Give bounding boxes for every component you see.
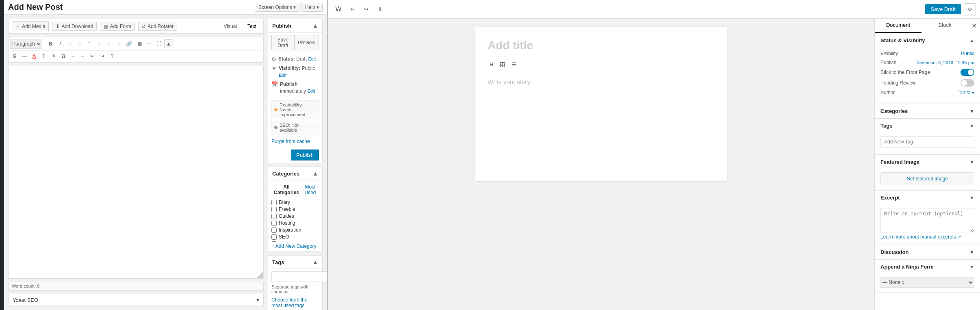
add-rotator-button[interactable]: ↺ Add Rotator [138, 22, 177, 31]
strikethrough-button[interactable]: S [10, 52, 19, 61]
visibility-value[interactable]: Public [961, 51, 974, 56]
purge-cache-link[interactable]: Purge from cache [268, 137, 322, 147]
excerpt-header[interactable]: Excerpt ▼ [875, 191, 980, 205]
tab-document[interactable]: Document [875, 19, 921, 33]
hr-button[interactable]: — [20, 52, 29, 61]
yoast-toggle[interactable]: ▾ [256, 297, 259, 303]
choose-tags-link[interactable]: Choose from the most used tags [268, 296, 322, 310]
tags-block-input[interactable] [880, 136, 974, 147]
paste-text-button[interactable]: T [39, 52, 48, 61]
block-title-input[interactable]: Add title [488, 35, 715, 56]
clear-format-button[interactable]: ✕ [49, 52, 58, 61]
publish-button[interactable]: Publish [291, 150, 319, 160]
seo-row: SEO: Not available [271, 121, 319, 134]
discussion-section: Discussion ▼ [875, 245, 980, 260]
color-button[interactable]: A [30, 52, 39, 61]
publish-panel-toggle[interactable]: ▲ [312, 22, 318, 29]
editor-content[interactable] [8, 66, 264, 279]
publish-time-edit-link[interactable]: Edit [307, 89, 315, 93]
bold-button[interactable]: B [46, 39, 55, 48]
author-value[interactable]: Tanita ▾ [958, 90, 974, 95]
tab-visual[interactable]: Visual [220, 22, 241, 31]
add-new-category-link[interactable]: + Add New Category [268, 242, 322, 251]
outdent-button[interactable]: ← [78, 52, 87, 61]
block-settings-button[interactable]: ⚙ [964, 3, 976, 15]
redo-block-button[interactable]: ↪ [360, 3, 372, 15]
category-label: SEO [279, 234, 289, 240]
tags-panel-header[interactable]: Tags ▲ [268, 256, 322, 269]
add-form-button[interactable]: ▦ Add Form [100, 22, 135, 31]
link-button[interactable]: 🔗 [124, 39, 134, 48]
status-edit-link[interactable]: Edit [308, 56, 316, 61]
resize-handle[interactable] [257, 272, 263, 278]
category-checkbox[interactable] [271, 221, 277, 226]
visibility-edit-link[interactable]: Edit [279, 73, 286, 78]
align-right-button[interactable]: ≡ [114, 39, 123, 48]
save-draft-button[interactable]: Save Draft [271, 35, 294, 50]
ninja-form-content: — None ‡ [875, 274, 980, 293]
set-featured-image-button[interactable]: Set featured image [880, 172, 974, 185]
align-left-button[interactable]: ≡ [95, 39, 104, 48]
undo-button[interactable]: ↩ [88, 52, 97, 61]
tags-block-header[interactable]: Tags ▼ [875, 119, 980, 133]
category-checkbox[interactable] [271, 234, 277, 240]
sidebar-close-button[interactable]: ✕ [968, 19, 980, 33]
discussion-header[interactable]: Discussion ▼ [875, 245, 980, 259]
indent-button[interactable]: → [69, 52, 78, 61]
category-checkbox[interactable] [271, 200, 277, 205]
insert-table-button[interactable]: ▦ [135, 39, 144, 48]
yoast-seo-panel[interactable]: Yoast SEO ▾ [8, 294, 264, 306]
category-checkbox[interactable] [271, 241, 277, 242]
ordered-list-button[interactable]: ≡ [75, 39, 84, 48]
excerpt-textarea[interactable] [880, 208, 974, 232]
tab-most-used[interactable]: Most Used [301, 183, 319, 197]
excerpt-link[interactable]: Learn more about manual excerpts ↗ [880, 234, 961, 240]
tab-all-categories[interactable]: All Categories [271, 183, 301, 197]
ninja-form-select[interactable]: — None ‡ [880, 277, 974, 288]
write-story-placeholder[interactable]: Write your story [488, 76, 715, 87]
image-block-button[interactable]: 🖼 [498, 60, 507, 69]
status-visibility-header[interactable]: Status & Visibility ▲ [875, 33, 980, 48]
tab-block[interactable]: Block [921, 19, 968, 33]
category-checkbox[interactable] [271, 228, 277, 233]
tab-text[interactable]: Text [244, 22, 260, 31]
more-button[interactable]: ⋯ [145, 39, 154, 48]
featured-image-section: Featured Image ▼ Set featured image [875, 155, 980, 191]
publish-panel-header[interactable]: Publish ▲ [268, 19, 322, 33]
category-checkbox[interactable] [271, 207, 277, 212]
preview-button[interactable]: Preview [294, 35, 319, 50]
pending-review-toggle[interactable] [960, 79, 974, 87]
list-block-button[interactable]: ☰ [510, 60, 518, 69]
categories-panel-header[interactable]: Categories ▲ [268, 167, 322, 180]
block-save-button[interactable]: Save Draft [925, 4, 961, 14]
category-checkbox[interactable] [271, 214, 277, 219]
special-char-button[interactable]: Ω [59, 52, 68, 61]
align-center-button[interactable]: ≡ [104, 39, 113, 48]
featured-image-header[interactable]: Featured Image ▼ [875, 155, 980, 169]
kitchen-sink-toggle[interactable]: ▲ [164, 39, 173, 48]
wp-logo-button[interactable]: W [332, 3, 345, 15]
info-button[interactable]: ℹ [374, 3, 386, 15]
tags-panel-toggle[interactable]: ▲ [312, 259, 318, 265]
tags-input-row: Add [268, 269, 322, 284]
settings-gear-icon: ⚙ [968, 7, 972, 12]
stick-front-page-toggle[interactable] [960, 69, 974, 76]
redo-button[interactable]: ↪ [98, 52, 107, 61]
screen-options-button[interactable]: Screen Options ▾ [255, 3, 299, 12]
italic-button[interactable]: I [56, 39, 65, 48]
blockquote-button[interactable]: " [85, 39, 94, 48]
add-download-button[interactable]: ⬇ Add Download [52, 22, 97, 31]
publish-value[interactable]: November 8, 2018, 12:45 pm [917, 60, 974, 65]
fullscreen-button[interactable]: ⛶ [154, 39, 163, 48]
ninja-form-header[interactable]: Append a Ninja Form ▼ [875, 260, 980, 274]
undo-block-button[interactable]: ↩ [346, 3, 358, 15]
unordered-list-button[interactable]: ≡ [65, 39, 74, 48]
help-button[interactable]: Help ▾ [301, 3, 323, 12]
paragraph-select[interactable]: Paragraph [10, 39, 42, 49]
categories-panel-toggle[interactable]: ▲ [312, 170, 318, 177]
heading-button[interactable]: H [488, 60, 495, 69]
categories-block-header[interactable]: Categories ▼ [875, 104, 980, 118]
tags-input-field[interactable] [271, 271, 327, 282]
help-toolbar-button[interactable]: ? [108, 52, 117, 61]
add-media-button[interactable]: ＋ Add Media [12, 21, 49, 31]
